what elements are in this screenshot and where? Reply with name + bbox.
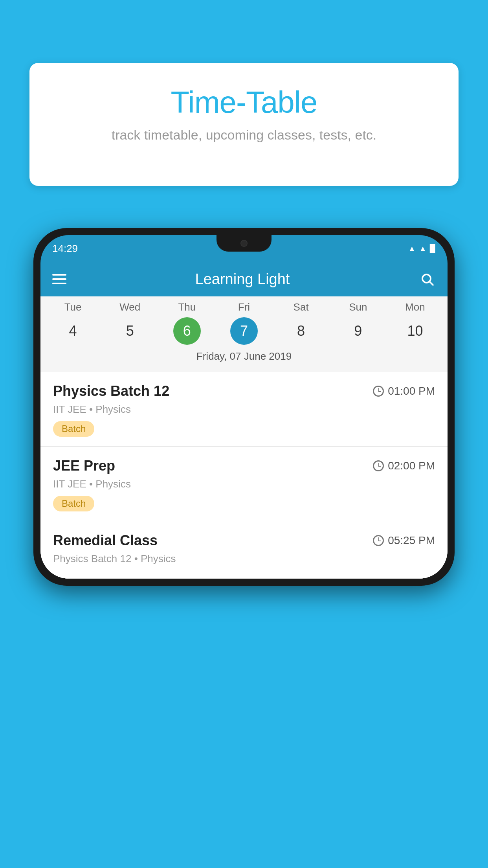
signal-icon: ▲ <box>419 244 427 253</box>
day-name: Wed <box>119 301 140 313</box>
schedule-item-header: Physics Batch 1201:00 PM <box>53 383 435 399</box>
calendar-day-item[interactable]: Fri7 <box>220 301 268 345</box>
bubble-subtitle: track timetable, upcoming classes, tests… <box>53 127 435 143</box>
phone-inner: 14:29 ▲ ▲ ▉ Learning Light <box>40 235 448 579</box>
camera-dot <box>240 240 248 247</box>
search-button[interactable] <box>418 270 436 288</box>
selected-date-label: Friday, 07 June 2019 <box>40 345 448 369</box>
day-number[interactable]: 5 <box>116 317 144 345</box>
schedule-subtitle: IIT JEE • Physics <box>53 478 435 490</box>
calendar-day-item[interactable]: Tue4 <box>50 301 97 345</box>
day-number[interactable]: 8 <box>287 317 315 345</box>
day-name: Fri <box>238 301 250 313</box>
schedule-title: Physics Batch 12 <box>53 383 169 399</box>
calendar-day-item[interactable]: Sun9 <box>334 301 382 345</box>
hamburger-menu-icon[interactable] <box>52 274 66 284</box>
schedule-item[interactable]: Remedial Class05:25 PMPhysics Batch 12 •… <box>40 521 448 579</box>
status-bar: 14:29 ▲ ▲ ▉ <box>40 235 448 262</box>
app-header: Learning Light <box>40 262 448 296</box>
notch <box>216 235 272 252</box>
schedule-time: 01:00 PM <box>373 385 435 397</box>
schedule-subtitle: Physics Batch 12 • Physics <box>53 553 435 565</box>
schedule-title: Remedial Class <box>53 532 158 549</box>
calendar-strip: Tue4Wed5Thu6Fri7Sat8Sun9Mon10 Friday, 07… <box>40 296 448 372</box>
day-number[interactable]: 10 <box>401 317 429 345</box>
speech-bubble: Time-Table track timetable, upcoming cla… <box>29 63 459 186</box>
day-name: Mon <box>405 301 425 313</box>
schedule-subtitle: IIT JEE • Physics <box>53 403 435 416</box>
status-icons: ▲ ▲ ▉ <box>408 244 436 253</box>
day-row: Tue4Wed5Thu6Fri7Sat8Sun9Mon10 <box>40 301 448 345</box>
schedule-title: JEE Prep <box>53 458 115 474</box>
clock-icon <box>373 386 384 397</box>
day-name: Thu <box>178 301 196 313</box>
clock-icon <box>373 535 384 546</box>
phone-outer: 14:29 ▲ ▲ ▉ Learning Light <box>33 228 455 586</box>
calendar-day-item[interactable]: Wed5 <box>106 301 154 345</box>
day-number[interactable]: 6 <box>173 317 201 345</box>
schedule-item[interactable]: JEE Prep02:00 PMIIT JEE • PhysicsBatch <box>40 447 448 521</box>
calendar-day-item[interactable]: Thu6 <box>163 301 211 345</box>
batch-tag: Batch <box>53 421 94 437</box>
calendar-day-item[interactable]: Sat8 <box>277 301 325 345</box>
svg-line-1 <box>430 282 433 285</box>
battery-icon: ▉ <box>430 244 436 253</box>
day-name: Sun <box>349 301 367 313</box>
bubble-title: Time-Table <box>53 85 435 120</box>
clock-icon <box>373 460 384 471</box>
time-text: 01:00 PM <box>388 385 435 397</box>
day-number[interactable]: 7 <box>230 317 258 345</box>
batch-tag: Batch <box>53 496 94 511</box>
schedule-item-header: JEE Prep02:00 PM <box>53 458 435 474</box>
day-name: Tue <box>64 301 82 313</box>
day-number[interactable]: 9 <box>344 317 372 345</box>
speech-bubble-container: Time-Table track timetable, upcoming cla… <box>29 63 459 186</box>
app-title: Learning Light <box>66 271 418 288</box>
phone-mockup: 14:29 ▲ ▲ ▉ Learning Light <box>33 228 455 586</box>
time-text: 02:00 PM <box>388 460 435 472</box>
wifi-icon: ▲ <box>408 244 416 253</box>
schedule-item[interactable]: Physics Batch 1201:00 PMIIT JEE • Physic… <box>40 372 448 447</box>
schedule-item-header: Remedial Class05:25 PM <box>53 532 435 549</box>
calendar-day-item[interactable]: Mon10 <box>391 301 438 345</box>
status-time: 14:29 <box>52 243 78 255</box>
schedule-list: Physics Batch 1201:00 PMIIT JEE • Physic… <box>40 372 448 579</box>
schedule-time: 02:00 PM <box>373 460 435 472</box>
day-name: Sat <box>294 301 309 313</box>
day-number[interactable]: 4 <box>59 317 87 345</box>
time-text: 05:25 PM <box>388 534 435 547</box>
schedule-time: 05:25 PM <box>373 534 435 547</box>
